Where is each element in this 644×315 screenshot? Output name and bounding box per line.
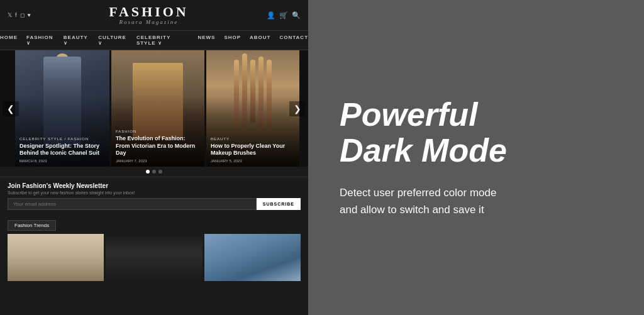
trends-label: Fashion Trends: [8, 220, 56, 231]
dot-2[interactable]: [152, 170, 156, 174]
trend-card-2[interactable]: [106, 234, 202, 281]
newsletter-subscribe-button[interactable]: SUBSCRIBE: [257, 198, 301, 210]
slider-dots: [0, 167, 308, 177]
cart-icon[interactable]: 🛒: [279, 11, 288, 19]
nav-about[interactable]: ABOUT: [250, 35, 270, 46]
magazine-header: 𝕏 f ◻ ♥ FASHION Rosara Magazine 👤 🛒 🔍: [0, 0, 308, 31]
slide-cards-container: CELEBRITY STYLE / FASHION Designer Spotl…: [0, 50, 308, 167]
slide-1-category: CELEBRITY STYLE / FASHION: [19, 137, 105, 141]
slide-3-date: JANUARY 5, 2023: [211, 159, 295, 163]
magazine-title: FASHION: [31, 5, 267, 19]
slide-card-2[interactable]: FASHION The Evolution of Fashion: From V…: [111, 50, 204, 167]
nav-home[interactable]: HOME: [0, 35, 18, 46]
trends-grid: [8, 234, 301, 281]
trend-card-1[interactable]: [8, 234, 104, 281]
slide-3-category: BEAUTY: [211, 137, 295, 141]
slide-1-title: Designer Spotlight: The Story Behind the…: [19, 143, 105, 157]
heading-line1: Powerful: [340, 96, 478, 133]
slide-2-title: The Evolution of Fashion: From Victorian…: [116, 135, 200, 157]
main-nav: HOME FASHION ∨ BEAUTY ∨ CULTURE ∨ CELEBR…: [0, 31, 308, 50]
newsletter-subtitle: Subscribe to get your new fashion storie…: [8, 191, 301, 195]
slide-3-title: How to Properly Clean Your Makeup Brushe…: [211, 143, 295, 157]
dot-1[interactable]: [146, 170, 150, 174]
newsletter-title: Join Fashion's Weekly Newsletter: [8, 182, 301, 189]
magazine-logo: FASHION Rosara Magazine: [31, 5, 267, 25]
right-panel: Powerful Dark Mode Detect user preferred…: [308, 0, 644, 315]
nav-culture[interactable]: CULTURE ∨: [98, 35, 128, 46]
nav-beauty[interactable]: BEAUTY ∨: [64, 35, 90, 46]
right-panel-description: Detect user preferred color modeand allo…: [340, 184, 566, 218]
nav-shop[interactable]: SHOP: [224, 35, 241, 46]
instagram-icon[interactable]: ◻: [20, 12, 25, 18]
social-icons: 𝕏 f ◻ ♥: [8, 12, 31, 18]
heading-line2: Dark Mode: [340, 132, 507, 169]
newsletter-email-input[interactable]: [8, 198, 257, 210]
trend-card-3[interactable]: [204, 234, 301, 281]
twitter-icon[interactable]: 𝕏: [8, 12, 12, 18]
slide-2-category: FASHION: [116, 130, 200, 133]
slide-2-date: JANUARY 7, 2023: [116, 159, 200, 163]
left-panel: 𝕏 f ◻ ♥ FASHION Rosara Magazine 👤 🛒 🔍 HO…: [0, 0, 308, 315]
right-panel-heading: Powerful Dark Mode: [340, 97, 613, 169]
magazine-subtitle: Rosara Magazine: [31, 19, 267, 25]
slider-next-button[interactable]: ❯: [289, 101, 306, 116]
fashion-trends-section: Fashion Trends: [0, 215, 308, 284]
nav-fashion[interactable]: FASHION ∨: [26, 35, 55, 46]
dot-3[interactable]: [158, 170, 162, 174]
nav-contact[interactable]: CONTACT: [280, 35, 309, 46]
slide-card-3[interactable]: BEAUTY How to Properly Clean Your Makeup…: [206, 50, 299, 167]
slide-1-date: MARCH 8, 2023: [19, 159, 105, 163]
slide-card-1[interactable]: CELEBRITY STYLE / FASHION Designer Spotl…: [15, 50, 109, 167]
image-slider: ❮ CELEBRITY STYLE / FASHION Designer Spo…: [0, 50, 308, 167]
slider-prev-button[interactable]: ❮: [3, 101, 19, 116]
nav-news[interactable]: NEWS: [197, 35, 215, 46]
user-icon[interactable]: 👤: [267, 11, 275, 19]
facebook-icon[interactable]: f: [15, 12, 17, 18]
search-icon[interactable]: 🔍: [292, 11, 301, 19]
header-icons: 👤 🛒 🔍: [267, 11, 301, 19]
newsletter-section: Join Fashion's Weekly Newsletter Subscri…: [0, 177, 308, 215]
nav-celebrity[interactable]: CELEBRITY STYLE ∨: [136, 35, 189, 46]
newsletter-form: SUBSCRIBE: [8, 198, 301, 210]
